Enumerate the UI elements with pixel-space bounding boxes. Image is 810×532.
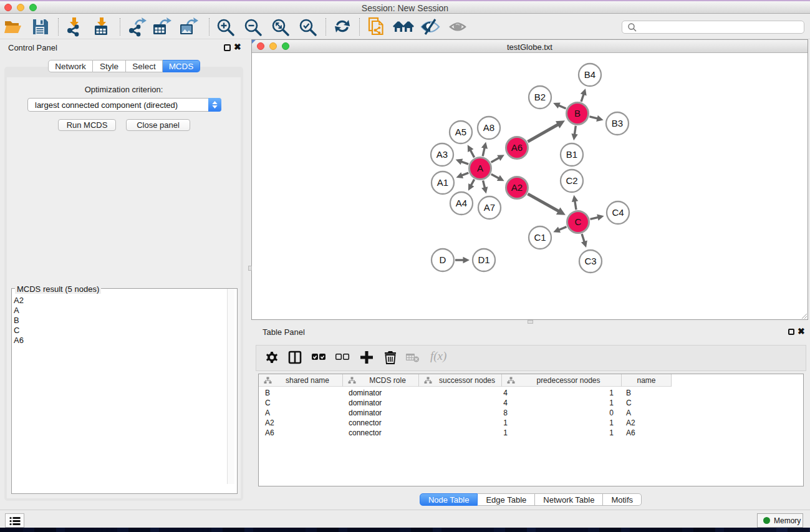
svg-text:A: A [477,163,483,173]
svg-text:B: B [574,108,581,118]
svg-text:D1: D1 [478,254,489,265]
svg-text:A6: A6 [511,142,523,153]
svg-text:C: C [575,216,582,227]
svg-text:A3: A3 [436,149,448,160]
svg-text:A8: A8 [483,122,494,133]
svg-text:B4: B4 [584,69,595,80]
svg-text:C1: C1 [534,232,546,243]
svg-text:C4: C4 [612,207,624,218]
svg-text:A1: A1 [437,177,448,188]
svg-text:A5: A5 [455,127,466,137]
svg-text:D: D [440,254,446,265]
svg-text:B2: B2 [534,92,546,102]
svg-text:C2: C2 [566,175,577,186]
svg-text:C3: C3 [584,256,596,266]
svg-text:B3: B3 [612,118,623,128]
svg-text:B1: B1 [566,149,577,160]
svg-text:A2: A2 [511,182,523,193]
svg-text:A7: A7 [484,202,495,213]
svg-text:A4: A4 [456,198,467,208]
